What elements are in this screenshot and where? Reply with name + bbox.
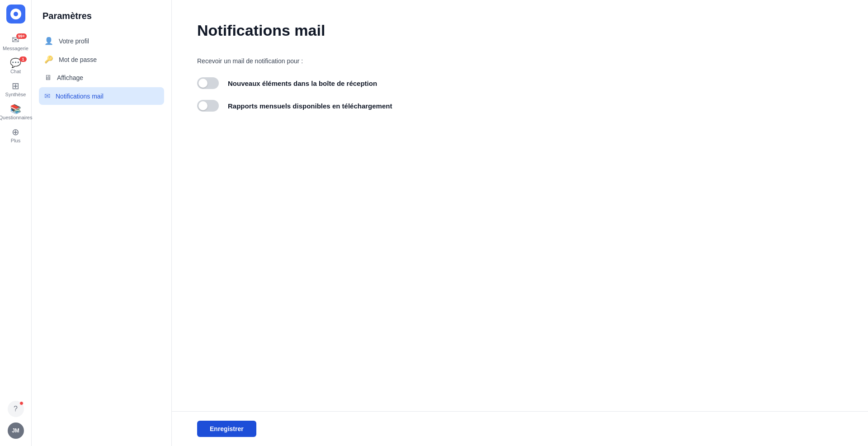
menu-item-password[interactable]: 🔑 Mot de passe <box>39 51 164 68</box>
toggle-inbox-label: Nouveaux éléments dans la boîte de récep… <box>228 80 377 87</box>
avatar-initials: JM <box>12 427 19 434</box>
notifications-icon: ✉ <box>44 92 50 100</box>
synthese-label: Synthèse <box>5 92 26 97</box>
toggle-row-inbox: Nouveaux éléments dans la boîte de récep… <box>197 77 843 89</box>
settings-title: Paramètres <box>39 11 164 21</box>
menu-label-notifications: Notifications mail <box>56 93 104 100</box>
synthese-icon: ⊞ <box>12 81 19 90</box>
toggle-inbox-knob <box>198 79 208 88</box>
description: Recevoir un mail de notification pour : <box>197 57 843 65</box>
affichage-icon: 🖥 <box>44 74 52 82</box>
messagerie-badge: 99+ <box>16 33 27 39</box>
menu-label-password: Mot de passe <box>59 56 97 63</box>
password-icon: 🔑 <box>44 55 53 64</box>
plus-icon: ⊕ <box>12 127 19 136</box>
menu-label-affichage: Affichage <box>57 74 83 81</box>
chat-badge: 1 <box>19 56 27 62</box>
footer-bar: Enregistrer <box>172 411 868 446</box>
help-icon: ? <box>14 405 18 413</box>
main-content: Notifications mail Recevoir un mail de n… <box>172 0 868 446</box>
help-button[interactable]: ? <box>8 401 24 417</box>
profil-icon: 👤 <box>44 37 53 45</box>
logo-inner <box>10 9 21 19</box>
menu-item-affichage[interactable]: 🖥 Affichage <box>39 69 164 86</box>
icon-nav: 99+ ✉ Messagerie 1 💬 Chat ⊞ Synthèse 📚 Q… <box>0 0 32 446</box>
toggle-reports[interactable] <box>197 100 219 112</box>
chat-label: Chat <box>10 69 21 74</box>
page-title: Notifications mail <box>197 22 843 39</box>
logo-dot <box>14 12 18 16</box>
menu-item-notifications[interactable]: ✉ Notifications mail <box>39 87 164 105</box>
nav-item-plus[interactable]: ⊕ Plus <box>0 124 31 147</box>
nav-item-messagerie[interactable]: 99+ ✉ Messagerie <box>0 32 31 55</box>
toggle-inbox[interactable] <box>197 77 219 89</box>
toggle-reports-knob <box>198 101 208 110</box>
nav-item-questionnaires[interactable]: 📚 Questionnaires <box>0 101 31 124</box>
plus-label: Plus <box>11 138 20 143</box>
app-logo[interactable] <box>6 5 25 23</box>
nav-bottom: ? JM <box>8 401 24 446</box>
menu-label-profil: Votre profil <box>59 38 89 45</box>
nav-item-chat[interactable]: 1 💬 Chat <box>0 55 31 78</box>
menu-item-profil[interactable]: 👤 Votre profil <box>39 32 164 50</box>
toggle-row-reports: Rapports mensuels disponibles en télécha… <box>197 100 843 112</box>
toggle-reports-track <box>197 100 219 112</box>
help-notification-dot <box>19 401 24 405</box>
save-button[interactable]: Enregistrer <box>197 421 256 437</box>
questionnaires-icon: 📚 <box>10 104 21 113</box>
nav-item-synthese[interactable]: ⊞ Synthèse <box>0 78 31 101</box>
messagerie-label: Messagerie <box>3 46 28 51</box>
toggle-inbox-track <box>197 77 219 89</box>
settings-sidebar: Paramètres 👤 Votre profil 🔑 Mot de passe… <box>32 0 172 446</box>
user-avatar[interactable]: JM <box>8 423 24 439</box>
questionnaires-label: Questionnaires <box>0 115 33 120</box>
toggle-reports-label: Rapports mensuels disponibles en télécha… <box>228 102 392 110</box>
